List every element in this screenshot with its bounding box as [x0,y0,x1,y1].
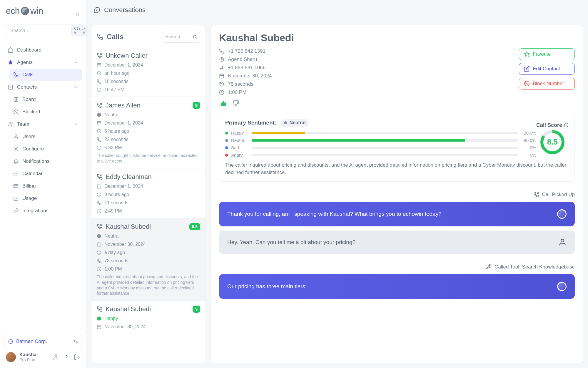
logo-text-pre: ech [6,6,20,16]
phone-incoming-icon [533,192,539,198]
call-name: Eddy Cleanman [106,173,152,181]
ai-avatar-icon [557,282,567,291]
calendar-icon [13,171,19,177]
nav-blocked[interactable]: Blocked [9,106,82,118]
phone-icon [219,49,224,54]
swap-icon [73,339,78,344]
nav-billing[interactable]: Billing [9,180,82,192]
nav-agents[interactable]: Agents [4,57,82,68]
detail-duration: 78 seconds [228,81,253,87]
call-name: Kaushal Subedi [106,223,151,231]
calendar-icon [97,63,101,67]
sentiment-bar [252,147,518,149]
favorite-button[interactable]: Favorite [519,48,575,60]
sentiment-summary: The caller inquired about pricing and di… [225,162,569,176]
phone-incoming-icon [97,224,103,230]
help-button[interactable] [63,354,70,360]
blocked-icon [13,109,19,115]
duration-icon [219,82,224,87]
nav-usage[interactable]: Usage [9,193,82,204]
calls-search[interactable] [162,31,200,43]
calendar-icon [97,324,101,329]
message-ai: Our pricing has three main tiers: [219,274,575,299]
sentiment-dot [225,139,228,142]
phone-incoming-icon [97,306,103,312]
svg-point-5 [10,86,11,87]
phone-icon [97,137,101,142]
clock-icon [97,145,101,150]
org-switcher[interactable]: Batman Corp. [4,335,82,348]
team-icon [8,121,14,127]
detail-panel: Kaushal Subedi +1 720 842 1391 Agent: Sh… [211,25,583,363]
chevron-up-icon [73,60,78,65]
thumbs-down-button[interactable] [233,100,239,107]
search-kbd: Ctrl/⌘ + K [71,25,88,36]
calendar-icon [97,184,101,189]
face-icon [97,112,101,117]
info-icon[interactable] [564,123,569,127]
nav-board[interactable]: Board [9,94,82,105]
nav-dashboard[interactable]: Dashboard [4,44,82,56]
logo-ring-icon [21,7,29,15]
edit-contact-button[interactable]: Edit Contact [519,63,575,75]
logo-text-post: win [30,6,43,16]
detail-meta: +1 720 842 1391 Agent: Sheru +1 888 881 … [219,48,272,95]
call-card[interactable]: Kaushal Subedi8.5NeutralNovember 30, 202… [91,218,206,301]
call-list[interactable]: Unkown CallerDecember 1, 2024an hour ago… [91,47,206,363]
call-card[interactable]: Eddy CleanmanDecember 1, 20249 hours ago… [91,168,206,218]
history-icon [97,192,101,197]
users-icon [13,134,19,140]
detail-time: 1:00 PM [228,89,246,95]
face-icon [97,316,101,321]
org-name: Batman Corp. [16,339,47,344]
chat-icon [93,6,101,14]
nav-contacts-label: Contacts [17,84,37,90]
nav-users[interactable]: Users [9,131,82,142]
global-search[interactable]: Ctrl/⌘ + K [4,24,82,37]
svg-point-9 [15,148,17,150]
call-card[interactable]: James Allen8NeutralDecember 1, 20246 hou… [91,97,206,168]
score-value: 8.5 [543,133,562,151]
nav-notifications[interactable]: Notifications [9,155,82,167]
call-summary: The caller sought customer service, and … [97,153,200,164]
link-icon [13,208,19,214]
nav-contacts[interactable]: Contacts [4,81,82,93]
collapse-sidebar-button[interactable] [74,11,81,18]
global-search-input[interactable] [10,28,69,33]
nav-calendar[interactable]: Calendar [9,168,82,180]
calendar-icon [97,121,101,125]
topbar: Conversations [86,0,588,20]
gear-icon [8,339,13,344]
sentiment-bar [252,132,518,134]
svg-rect-10 [14,185,18,188]
profile-button[interactable] [53,354,59,360]
clock-icon [97,87,101,92]
nav-team[interactable]: Team [4,118,82,130]
sentiment-title: Primary Sentiment: [225,120,276,126]
sentiment-row: Neutral80.0% [225,138,536,143]
phone-incoming-icon [97,53,103,59]
nav-configure[interactable]: Configure [9,143,82,155]
main: Conversations Calls Unkown CallerDecembe… [86,0,588,368]
thumbs-up-button[interactable] [220,100,227,107]
call-card[interactable]: Unkown CallerDecember 1, 2024an hour ago… [91,47,206,97]
nav-calls[interactable]: Calls [9,69,82,81]
nav-calls-label: Calls [22,72,34,78]
calls-title: Calls [107,33,158,41]
face-icon [97,234,101,238]
svg-point-13 [97,113,101,117]
score-badge: 8 [193,102,200,109]
user-row: Kaushal Pro Plan [4,348,82,362]
block-number-button[interactable]: Block Number [519,78,575,89]
nav-integrations[interactable]: Integrations [9,205,82,217]
logout-button[interactable] [74,354,80,360]
chevron-up-icon [73,84,78,90]
calls-search-input[interactable] [165,34,191,39]
calendar-icon [97,242,101,247]
history-icon [97,71,101,76]
call-card[interactable]: Kaushal Subedi9HappyNovember 30, 2024 [91,300,206,334]
sentiment-box: Primary Sentiment: Neutral Happy20.0%Neu… [219,113,575,182]
call-summary: The caller inquired about pricing and di… [97,274,200,296]
gear-icon [13,146,19,152]
user-name: Kaushal [19,352,38,357]
